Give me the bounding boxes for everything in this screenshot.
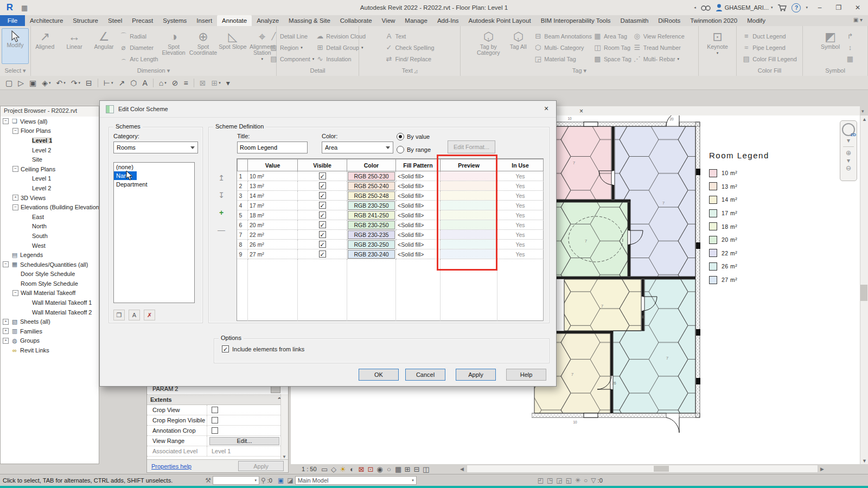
visible-cell[interactable]: ✓ xyxy=(298,220,347,230)
fill-pattern-cell[interactable]: <Solid fill> xyxy=(396,201,441,210)
tab-file[interactable]: File xyxy=(0,15,25,26)
tree-item-ceiling-plans[interactable]: −Ceiling Plans xyxy=(1,164,99,174)
color-swatch-button[interactable]: RGB 230-250 xyxy=(348,221,395,229)
value-cell[interactable]: 26 m² xyxy=(248,240,298,249)
visual-style-icon[interactable]: ◇ xyxy=(329,465,339,473)
category-select[interactable]: Rooms xyxy=(113,142,198,153)
fill-pattern-cell[interactable]: <Solid fill> xyxy=(396,240,441,249)
tree-item-north[interactable]: North xyxy=(1,222,99,232)
color-cell[interactable]: RGB 250-240 xyxy=(347,181,396,191)
file-grid-icon[interactable]: ▦ xyxy=(21,4,28,12)
color-cell[interactable]: RGB 241-250 xyxy=(347,210,396,220)
color-cell[interactable]: RGB 230-250 xyxy=(347,201,396,210)
dialog-close-icon[interactable]: × xyxy=(540,102,553,114)
remove-value-icon[interactable]: — xyxy=(216,225,226,235)
color-cell[interactable]: RGB 230-235 xyxy=(347,230,396,240)
symbol-small-button[interactable]: ↱ xyxy=(846,30,854,42)
visible-checkbox[interactable]: ✓ xyxy=(319,231,326,238)
tree-item-room-style-schedule[interactable]: Room Style Schedule xyxy=(1,279,99,288)
value-cell[interactable]: 27 m² xyxy=(248,249,298,259)
detail-level-icon[interactable]: ▭ xyxy=(320,465,329,473)
tab-architecture[interactable]: Architecture xyxy=(25,15,68,26)
scroll-left-icon[interactable]: ◀ xyxy=(460,466,464,472)
symbol-small-button[interactable]: ↕ xyxy=(846,42,854,53)
thin-lines-icon[interactable]: ≡ xyxy=(182,77,190,88)
family-icon[interactable]: ◱ xyxy=(566,477,572,484)
revit-logo-icon[interactable]: R xyxy=(3,2,17,14)
detail-group-button[interactable]: ⊞Detail Group▾ xyxy=(316,42,366,53)
reveal-hidden-icon[interactable]: ○ xyxy=(385,465,394,473)
value-cell[interactable]: 13 m² xyxy=(248,181,298,191)
find-replace-button[interactable]: ⇄Find/ Replace xyxy=(385,53,434,65)
visible-checkbox[interactable]: ✓ xyxy=(319,241,326,248)
text-button[interactable]: AText xyxy=(385,30,434,42)
tree-item-groups[interactable]: +◍Groups xyxy=(1,336,99,346)
space-tag-button[interactable]: ▩Space Tag xyxy=(593,53,631,65)
symbol-small-button[interactable]: ▦ xyxy=(846,53,854,65)
fill-pattern-cell[interactable]: <Solid fill> xyxy=(396,249,441,259)
tree-item-schedules-quantities-all[interactable]: −▦Schedules/Quantities (all) xyxy=(1,260,99,269)
color-cell[interactable]: RGB 230-250 xyxy=(347,240,396,249)
multi-category-button[interactable]: ⬡Multi- Category xyxy=(534,42,592,53)
color-swatch-button[interactable]: RGB 250-230 xyxy=(348,172,395,181)
color-swatch-button[interactable]: RGB 230-240 xyxy=(348,250,395,259)
open-file-icon[interactable]: ▷ xyxy=(16,77,26,88)
steering-wheel-icon[interactable]: 2D xyxy=(842,123,855,136)
color-swatch-button[interactable]: RGB 241-250 xyxy=(348,211,395,220)
view-range-button[interactable]: Edit... xyxy=(209,437,279,445)
crop-region-visible-checkbox[interactable] xyxy=(212,417,218,423)
switch-windows-icon[interactable]: ⊞▾ xyxy=(209,77,222,88)
tree-item-legends[interactable]: ▤Legends xyxy=(1,250,99,260)
diameter-button[interactable]: ⌀Diameter xyxy=(119,42,158,53)
tree-item-wall-material-takeoff-2[interactable]: Wall Material Takeoff 2 xyxy=(1,307,99,317)
expander-icon[interactable]: − xyxy=(3,118,9,124)
save-icon[interactable]: ▣ xyxy=(27,77,39,88)
tag-by-category-button[interactable]: ⬡1Tag by Category xyxy=(474,28,502,56)
aligned-button[interactable]: ↗Aligned xyxy=(31,28,59,50)
tree-item-level-2[interactable]: Level 2 xyxy=(1,145,99,155)
tab-annotate[interactable]: Annotate xyxy=(217,15,252,26)
temporary-view-icon[interactable]: ⊞ xyxy=(403,465,412,473)
help-button[interactable]: Help xyxy=(506,369,546,381)
tag-all-button[interactable]: ⬡1Tag All xyxy=(504,28,532,50)
worksets-icon[interactable]: ▣ xyxy=(278,477,284,484)
tree-item-wall-material-takeoff-1[interactable]: Wall Material Takeoff 1 xyxy=(1,298,99,307)
measure-icon[interactable]: ⊢▾ xyxy=(101,77,116,88)
edit-format-button[interactable]: Edit Format... xyxy=(448,140,495,153)
tree-item-revit-links[interactable]: ∞Revit Links xyxy=(1,345,99,355)
customize-qat-icon[interactable]: ▾ xyxy=(224,77,232,88)
tab-collaborate[interactable]: Collaborate xyxy=(335,15,377,26)
apply-button[interactable]: Apply xyxy=(456,369,496,381)
undo-icon[interactable]: ↶▾ xyxy=(54,77,68,88)
visible-cell[interactable]: ✓ xyxy=(298,210,347,220)
fill-pattern-cell[interactable]: <Solid fill> xyxy=(396,191,441,201)
dialog-title-bar[interactable]: Edit Color Scheme × xyxy=(100,101,556,118)
color-cell[interactable]: RGB 230-250 xyxy=(347,220,396,230)
user-account-button[interactable]: GHASEM_ARI... ▾ xyxy=(716,4,773,11)
material-tag-button[interactable]: ◲Material Tag xyxy=(534,53,592,65)
spot-coordinate-button[interactable]: ⊕Spot Coordinate xyxy=(189,28,217,56)
scroll-down-icon[interactable]: ▼ xyxy=(862,458,867,464)
visible-checkbox[interactable]: ✓ xyxy=(319,192,326,199)
tree-item-views-all[interactable]: −❏Views (all) xyxy=(1,117,99,126)
multi-rebar-button[interactable]: ⋰Multi- Rebar▾ xyxy=(633,53,685,65)
spot-slope-button[interactable]: ◺Spot Slope xyxy=(219,28,246,50)
value-cell[interactable]: 18 m² xyxy=(248,210,298,220)
tree-item-elevations-building-elevations[interactable]: −Elevations (Building Elevations) xyxy=(1,202,99,212)
tab-modify[interactable]: Modify xyxy=(742,15,770,26)
restore-button[interactable]: ❐ xyxy=(832,2,846,13)
color-swatch-button[interactable]: RGB 250-248 xyxy=(348,191,395,200)
tag-by-category-icon[interactable]: ⬡ xyxy=(128,77,139,88)
visible-cell[interactable]: ✓ xyxy=(298,201,347,210)
properties-scrollbar[interactable]: ▼ xyxy=(280,394,288,459)
view-tab-close-icon[interactable]: × xyxy=(579,107,583,115)
duct-legend-button[interactable]: ≡Duct Legend xyxy=(742,30,797,42)
add-value-icon[interactable]: + xyxy=(216,208,226,217)
tab-autodesk-point-layout[interactable]: Autodesk Point Layout xyxy=(464,15,536,26)
help-caret-icon[interactable]: ▾ xyxy=(806,5,808,10)
aligned-dimension-icon[interactable]: ↗ xyxy=(117,77,127,88)
expander-icon[interactable]: + xyxy=(3,319,9,325)
tree-item-site[interactable]: Site xyxy=(1,155,99,164)
properties-apply-button[interactable]: Apply xyxy=(238,461,284,471)
spot-elevation-button[interactable]: ◑Spot Elevation xyxy=(159,28,187,56)
